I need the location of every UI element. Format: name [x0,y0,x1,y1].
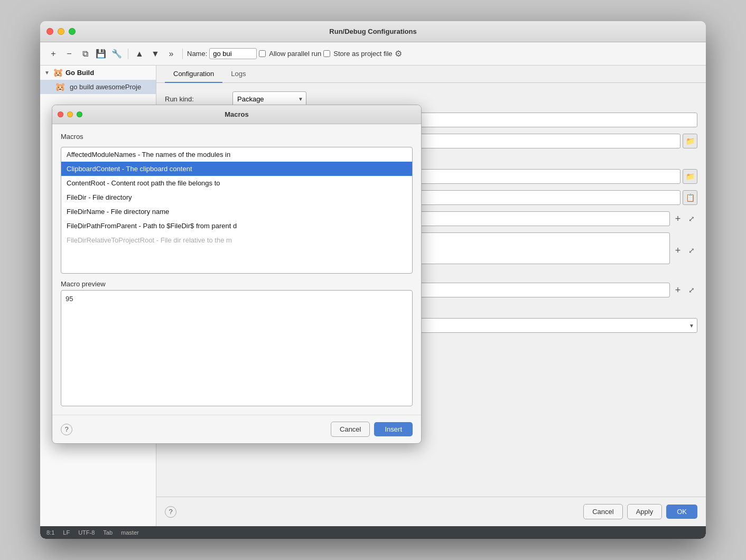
macros-item-0[interactable]: AffectedModuleNames - The names of the m… [61,147,412,162]
add-button[interactable]: + [46,47,60,61]
store-project-checkbox[interactable] [323,50,330,57]
move-down-button[interactable]: ▼ [148,47,162,61]
store-project-group: Store as project file [323,50,392,58]
sidebar-gobuild-label: Go Build [66,69,94,77]
tags-expand-button[interactable]: ⤢ [686,245,697,256]
sidebar-item-gobuild-item[interactable]: 🐹 go build awesomeProje [40,80,156,94]
run-kind-wrapper: Package ▼ [232,91,306,106]
more-actions-button[interactable]: » [164,47,178,61]
save-button[interactable]: 💾 [94,47,108,61]
status-encoding: UTF-8 [78,529,95,536]
main-ok-button[interactable]: OK [666,505,697,519]
tab-configuration[interactable]: Configuration [165,66,222,83]
macros-item-2[interactable]: ContentRoot - Content root path the file… [61,176,412,190]
macros-item-4[interactable]: FileDirName - File directory name [61,204,412,219]
macros-close-button[interactable] [58,111,63,117]
program-args-expand-button[interactable]: ⤢ [686,284,697,296]
macros-insert-button[interactable]: Insert [374,422,413,436]
sidebar-item-gobuild-group[interactable]: ▼ 🐹 Go Build [40,66,156,80]
program-args-add-button[interactable]: + [672,284,684,296]
remove-button[interactable]: − [62,47,76,61]
macro-preview-value: 95 [66,295,73,303]
tab-logs[interactable]: Logs [222,66,254,83]
minimize-button[interactable] [58,28,64,35]
title-bar: Run/Debug Configurations [40,21,706,42]
macro-preview-label: Macro preview [61,280,413,288]
macros-help-button[interactable]: ? [61,424,72,435]
name-input[interactable] [209,48,257,59]
run-kind-select[interactable]: Package [232,91,306,106]
allow-parallel-checkbox[interactable] [259,50,266,57]
toolbar: + − ⧉ 💾 🔧 ▲ ▼ » Name: Allow parallel run… [40,42,706,66]
move-up-button[interactable]: ▲ [133,47,146,61]
status-position: 8:1 [46,529,54,536]
output-dir-browse-button[interactable]: 📁 [683,134,697,148]
run-kind-label: Run kind: [165,95,228,103]
macros-list[interactable]: AffectedModuleNames - The names of the m… [61,147,413,274]
macros-bottom-bar: ? Cancel Insert [52,415,421,443]
copy-button[interactable]: ⧉ [78,47,92,61]
sidebar-gobuild-item-label: go build awesomeProje [70,83,141,91]
tags-add-button[interactable]: + [672,245,684,256]
status-line-ending: LF [63,529,70,536]
status-bar: 8:1 LF UTF-8 Tab master [40,526,706,539]
macros-title-bar: Macros [52,105,421,124]
macros-content: Macros AffectedModuleNames - The names o… [52,124,421,415]
maximize-button[interactable] [69,28,76,35]
main-window: Run/Debug Configurations + − ⧉ 💾 🔧 ▲ ▼ »… [40,21,706,539]
macros-title-text: Macros [225,110,249,118]
main-help-button[interactable]: ? [165,506,176,518]
run-kind-row: Run kind: Package ▼ [165,91,697,106]
macros-item-3[interactable]: FileDir - File directory [61,190,412,204]
status-indent: Tab [103,529,113,536]
close-button[interactable] [46,28,53,35]
macros-cancel-button[interactable]: Cancel [331,422,370,437]
macro-preview-box: 95 [61,290,413,406]
gobuild-icon: 🐹 [53,68,63,78]
macro-preview-section: Macro preview 95 [61,280,413,406]
main-apply-button[interactable]: Apply [627,504,663,519]
macros-dialog: Macros Macros AffectedModuleNames - The … [52,105,422,444]
allow-parallel-label[interactable]: Allow parallel run [269,50,321,58]
macros-window-controls [58,111,82,117]
bottom-bar: ? Cancel Apply OK [156,497,706,526]
bottom-help: ? [165,506,176,518]
macros-help: ? [61,424,72,435]
gobuild-item-icon: 🐹 [55,82,66,92]
store-gear-icon[interactable]: ⚙ [395,49,402,59]
macros-item-6[interactable]: FileDirRelativeToProjectRoot - File dir … [61,233,412,247]
status-branch: master [121,529,139,536]
window-title: Run/Debug Configurations [329,27,416,35]
go-tool-args-expand-button[interactable]: ⤢ [686,213,697,225]
macros-item-5[interactable]: FileDirPathFromParent - Path to $FileDir… [61,219,412,233]
tabs: Configuration Logs [156,66,706,83]
working-dir-browse-button[interactable]: 📁 [683,169,697,184]
allow-parallel-group: Allow parallel run [259,50,321,58]
store-project-label[interactable]: Store as project file [333,50,392,58]
go-tool-args-add-button[interactable]: + [672,213,684,225]
settings-button[interactable]: 🔧 [110,47,124,61]
window-controls [46,28,76,35]
env-browse-button[interactable]: 📋 [683,190,697,205]
macros-item-1[interactable]: ClipboardContent - The clipboard content [61,162,412,176]
main-cancel-button[interactable]: Cancel [583,504,622,519]
macros-maximize-button[interactable] [77,111,82,117]
toolbar-separator-2 [182,49,183,59]
macros-section-label: Macros [61,133,413,141]
macros-minimize-button[interactable] [67,111,73,117]
tree-expand-icon: ▼ [44,70,51,76]
name-label: Name: [187,50,207,58]
toolbar-separator [128,49,128,59]
